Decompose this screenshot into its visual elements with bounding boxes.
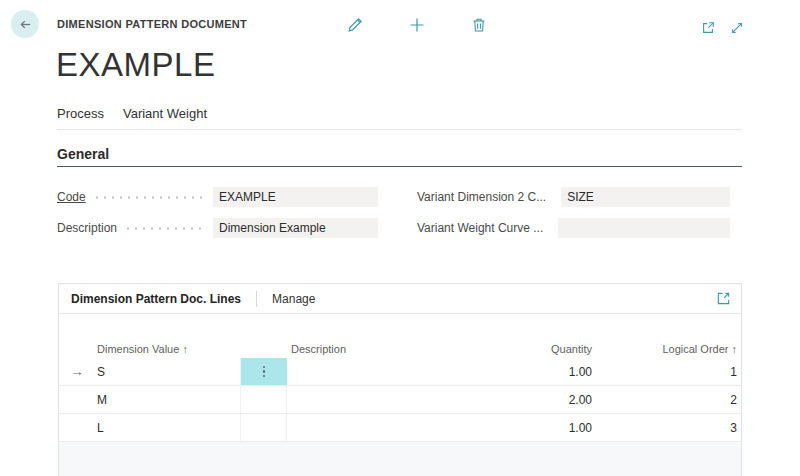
resize-window-icon[interactable]: [730, 21, 744, 35]
dotted-leader: [124, 227, 205, 230]
cell-logical-order[interactable]: 2: [596, 386, 741, 413]
cell-quantity[interactable]: 2.00: [476, 386, 596, 413]
variant-weight-curve-label: Variant Weight Curve ...: [417, 221, 543, 235]
variant-dimension-2-input[interactable]: SIZE: [561, 187, 730, 207]
description-input[interactable]: Dimension Example: [213, 218, 378, 238]
focus-mode-icon[interactable]: [716, 291, 731, 306]
field-description: Description Dimension Example: [57, 218, 378, 238]
open-in-new-window-icon[interactable]: [701, 21, 715, 35]
field-code: Code EXAMPLE: [57, 187, 378, 207]
page-caption: DIMENSION PATTERN DOCUMENT: [57, 18, 247, 30]
new-icon[interactable]: [408, 16, 426, 34]
table-header-row: Dimension Value ↑ Description Quantity L…: [59, 340, 741, 358]
variant-weight-curve-input[interactable]: [558, 218, 730, 238]
table-row[interactable]: M 2.00 2: [59, 386, 741, 414]
cell-logical-order[interactable]: 1: [596, 358, 741, 385]
manage-menu[interactable]: Manage: [272, 292, 315, 306]
field-variant-weight-curve: Variant Weight Curve ...: [417, 218, 730, 238]
dimension-pattern-document-page: DIMENSION PATTERN DOCUMENT: [0, 0, 800, 476]
cell-dimension-value[interactable]: M: [95, 386, 241, 413]
variant-dimension-2-label: Variant Dimension 2 C...: [417, 190, 546, 204]
cell-logical-order[interactable]: 3: [596, 414, 741, 441]
back-arrow-icon: [18, 17, 33, 32]
field-variant-dimension-2: Variant Dimension 2 C... SIZE: [417, 187, 730, 207]
column-header-logical-order[interactable]: Logical Order ↑: [596, 340, 741, 358]
code-input[interactable]: EXAMPLE: [213, 187, 378, 207]
lines-part-header: Dimension Pattern Doc. Lines Manage: [59, 284, 741, 314]
cell-description[interactable]: [287, 358, 476, 385]
window-controls: [701, 21, 744, 35]
cell-dimension-value[interactable]: L: [95, 414, 241, 441]
table-row[interactable]: L 1.00 3: [59, 414, 741, 442]
code-label[interactable]: Code: [57, 190, 86, 204]
edit-icon[interactable]: [346, 16, 364, 34]
action-menu: Process Variant Weight: [57, 106, 207, 127]
dotted-leader: [93, 196, 205, 199]
cell-quantity[interactable]: 1.00: [476, 414, 596, 441]
table-row[interactable]: → S 1.00 1: [59, 358, 741, 386]
delete-icon[interactable]: [470, 16, 488, 34]
lines-part-card: Dimension Pattern Doc. Lines Manage Dime…: [58, 283, 742, 476]
cell-quantity[interactable]: 1.00: [476, 358, 596, 385]
cell-dimension-value[interactable]: S: [95, 358, 241, 385]
cell-description-assist[interactable]: [241, 358, 287, 385]
ellipsis-icon: [263, 366, 266, 378]
cell-description[interactable]: [287, 414, 476, 441]
menu-divider: [57, 129, 742, 130]
menu-item-process[interactable]: Process: [57, 106, 104, 127]
general-section-heading[interactable]: General: [57, 146, 109, 162]
column-header-quantity[interactable]: Quantity: [476, 340, 596, 358]
record-title: EXAMPLE: [56, 46, 215, 84]
column-header-dimension-value[interactable]: Dimension Value ↑: [95, 340, 241, 358]
cell-description[interactable]: [287, 386, 476, 413]
active-row-indicator-icon: →: [59, 358, 95, 385]
action-toolbar: [346, 16, 488, 34]
column-header-description[interactable]: Description: [287, 340, 476, 358]
general-section-rule: [57, 166, 742, 167]
back-button[interactable]: [11, 10, 39, 38]
menu-item-variant-weight[interactable]: Variant Weight: [123, 106, 207, 127]
header-divider: [256, 291, 257, 307]
lines-part-title[interactable]: Dimension Pattern Doc. Lines: [71, 292, 241, 306]
description-label: Description: [57, 221, 117, 235]
table-empty-area: [59, 442, 741, 476]
